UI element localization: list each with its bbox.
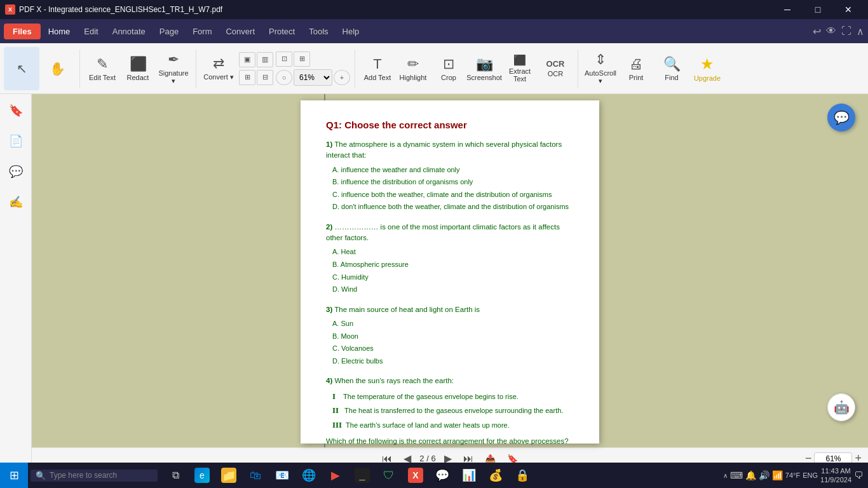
autoscroll-label: AutoScroll ▾: [583, 69, 618, 85]
upgrade-button[interactable]: ★ Upgrade: [689, 47, 725, 90]
add-text-label: Add Text: [364, 74, 391, 81]
youtube-app[interactable]: ▶: [323, 463, 348, 488]
menu-page[interactable]: Page: [153, 24, 185, 39]
sidebar-comments-icon[interactable]: 💬: [4, 160, 27, 183]
ocr-icon: OCR: [546, 59, 565, 69]
edit-text-button[interactable]: ✎ Edit Text: [85, 47, 120, 90]
upgrade-label: Upgrade: [694, 74, 721, 82]
mail-icon: 📧: [275, 468, 290, 483]
menu-convert[interactable]: Convert: [219, 24, 261, 39]
notification-bell[interactable]: 🗨: [854, 470, 863, 480]
share-icon[interactable]: ↩: [813, 25, 821, 37]
mail-app[interactable]: 📧: [269, 463, 295, 488]
menu-right-icons: ↩ 👁 ⛶ ∧: [813, 25, 864, 37]
crop-button[interactable]: ⊡ Crop: [431, 47, 466, 90]
system-tray-up-arrow[interactable]: ∧: [723, 472, 728, 479]
print-button[interactable]: 🖨 Print: [618, 47, 654, 90]
minimize-button[interactable]: ─: [773, 0, 802, 19]
layout-b-button[interactable]: ⊟: [257, 70, 273, 85]
app-icon: X: [5, 4, 15, 15]
ocr-label: OCR: [548, 70, 563, 78]
files-button[interactable]: Files: [4, 24, 41, 39]
screenshot-icon: 📷: [476, 56, 493, 72]
zoom-out-small-button[interactable]: ○: [276, 70, 292, 85]
close-button[interactable]: ✕: [834, 0, 863, 19]
menu-annotate[interactable]: Annotate: [106, 24, 152, 39]
ocr-button[interactable]: OCR OCR: [538, 47, 573, 90]
find-icon: 🔍: [663, 56, 681, 72]
print-icon: 🖨: [629, 56, 643, 72]
antivirus-app[interactable]: 🛡: [376, 463, 402, 488]
antivirus2-app[interactable]: 🔒: [510, 463, 535, 488]
layout-c-button[interactable]: ⊡: [276, 51, 292, 67]
convert-label: Convert ▾: [203, 73, 234, 81]
question-2: 2) ……………… is one of the most important c…: [326, 222, 574, 295]
add-text-icon: T: [373, 56, 381, 72]
zoom-select[interactable]: 61% 75% 100% 125% 150%: [294, 69, 332, 86]
layout-d-button[interactable]: ⊞: [294, 51, 310, 67]
convert-button[interactable]: ⇄ Convert ▾: [201, 47, 236, 90]
menu-home[interactable]: Home: [42, 24, 77, 39]
whatsapp-icon: 💬: [435, 468, 450, 483]
highlight-button[interactable]: ✏ Highlight: [395, 47, 431, 90]
whatsapp-app[interactable]: 💬: [430, 463, 455, 488]
question-3: 3) The main source of heat and light on …: [326, 304, 574, 367]
sidebar-signature-icon[interactable]: ✍: [4, 191, 27, 214]
toolbar: ↖ ✋ ✎ Edit Text ⬛ Redact ✒ Signature ▾ ⇄…: [0, 43, 868, 94]
signature-button[interactable]: ✒ Signature ▾: [156, 47, 191, 90]
taskview-button[interactable]: ⧉: [163, 463, 188, 488]
convert-icon: ⇄: [213, 55, 224, 72]
find-label: Find: [665, 74, 678, 81]
screenshot-button[interactable]: 📷 Screenshot: [466, 47, 502, 90]
pdf-icon: X: [408, 468, 423, 483]
menu-edit[interactable]: Edit: [78, 24, 104, 39]
browser-app[interactable]: 🌐: [296, 463, 322, 488]
layout-single-button[interactable]: ▣: [239, 52, 255, 67]
file-explorer-app[interactable]: 📁: [216, 463, 241, 488]
window-controls: ─ □ ✕: [773, 0, 863, 19]
start-button[interactable]: ⊞: [0, 463, 28, 488]
pdf-page: Q1: Choose the correct answer 1) The atm…: [301, 100, 599, 444]
fullscreen-icon[interactable]: ⛶: [841, 25, 851, 37]
menu-tools[interactable]: Tools: [302, 24, 334, 39]
menu-bar: Files Home Edit Annotate Page Form Conve…: [0, 19, 868, 43]
store-app[interactable]: 🛍: [243, 463, 268, 488]
layout-a-button[interactable]: ⊞: [239, 70, 255, 85]
edge-app[interactable]: e: [189, 463, 215, 488]
add-text-button[interactable]: T Add Text: [360, 47, 395, 90]
highlight-icon: ✏: [407, 56, 419, 72]
taskbar: ⊞ 🔍 ⧉ e 📁 🛍 📧 🌐 ▶ _: [0, 463, 868, 488]
upgrade-icon: ★: [700, 55, 714, 73]
select-tool-button[interactable]: ↖: [4, 47, 39, 90]
extract-text-button[interactable]: ⬛ Extract Text: [502, 47, 538, 90]
redact-button[interactable]: ⬛ Redact: [120, 47, 156, 90]
chat-float-button[interactable]: 💬: [827, 104, 855, 132]
volume-icon: 🔊: [759, 470, 770, 480]
find-button[interactable]: 🔍 Find: [654, 47, 689, 90]
antivirus-icon: 🛡: [381, 468, 397, 483]
terminal-app[interactable]: _: [349, 463, 375, 488]
hand-tool-button[interactable]: ✋: [39, 47, 75, 90]
layout-double-button[interactable]: ▥: [257, 52, 273, 67]
excel-app[interactable]: 📊: [456, 463, 482, 488]
tool-group-selection: ↖ ✋: [3, 46, 76, 91]
ai-float-button[interactable]: 🤖: [827, 393, 855, 421]
collapse-icon[interactable]: ∧: [857, 25, 864, 37]
wallet-icon: 💰: [488, 468, 503, 483]
taskbar-search-input[interactable]: [50, 471, 151, 480]
zoom-in-small-button[interactable]: +: [334, 70, 350, 85]
maximize-button[interactable]: □: [803, 0, 832, 19]
sidebar-pages-icon[interactable]: 📄: [4, 130, 27, 152]
menu-form[interactable]: Form: [186, 24, 218, 39]
redact-icon: ⬛: [130, 56, 147, 72]
autoscroll-icon: ⇕: [595, 51, 606, 68]
extract-text-icon: ⬛: [513, 54, 526, 66]
autoscroll-button[interactable]: ⇕ AutoScroll ▾: [583, 47, 618, 90]
pdf-app[interactable]: X: [403, 463, 428, 488]
sidebar-bookmark-icon[interactable]: 🔖: [4, 99, 27, 122]
menu-help[interactable]: Help: [336, 24, 366, 39]
wallet-app[interactable]: 💰: [483, 463, 508, 488]
menu-protect[interactable]: Protect: [262, 24, 301, 39]
eye-icon[interactable]: 👁: [826, 25, 836, 37]
youtube-icon: ▶: [328, 468, 343, 483]
